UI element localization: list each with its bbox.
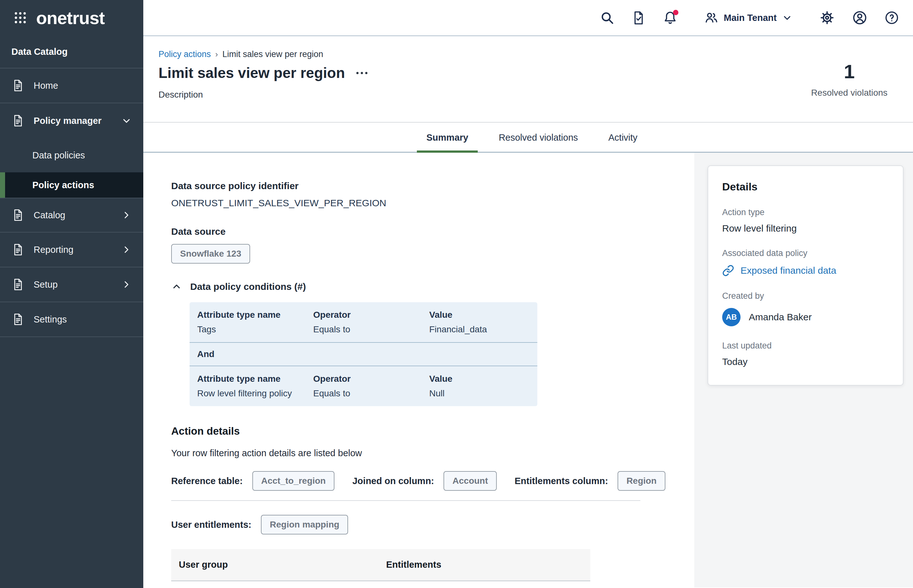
account-button[interactable]: [852, 10, 867, 25]
app-switcher-icon[interactable]: [13, 11, 27, 25]
help-button[interactable]: [884, 10, 899, 25]
divider: [171, 500, 640, 501]
page-title: Limit sales view per region: [159, 64, 345, 81]
document-icon: [11, 278, 25, 291]
created-by-name: Amanda Baker: [749, 312, 811, 323]
condition-header-attribute: Attribute type name: [197, 310, 313, 320]
conditions-title: Data policy conditions (#): [190, 281, 306, 292]
notifications-button[interactable]: [663, 10, 677, 25]
details-title: Details: [722, 181, 889, 193]
condition-row: Attribute type name Tags Operator Equals…: [189, 302, 537, 342]
action-type-value: Row level filtering: [722, 223, 889, 234]
sidebar-subitem-policy-actions[interactable]: Policy actions: [0, 172, 143, 198]
document-icon: [11, 243, 25, 256]
sidebar-item-label: Policy manager: [34, 116, 112, 126]
help-icon: [884, 10, 899, 25]
more-actions-button[interactable]: [356, 69, 368, 77]
document-icon: [11, 313, 25, 326]
table-header-entitlements: Entitlements: [386, 559, 590, 570]
chevron-down-icon: [121, 115, 132, 126]
data-source-chip: Snowflake 123: [171, 244, 250, 263]
associated-policy-link-text: Exposed financial data: [741, 265, 836, 276]
conditions-collapse-button[interactable]: [171, 281, 182, 292]
product-title: Data Catalog: [0, 36, 143, 68]
sidebar-subitem-data-policies[interactable]: Data policies: [0, 138, 143, 172]
account-icon: [852, 10, 867, 25]
sidebar-item-home[interactable]: Home: [0, 68, 143, 103]
chevron-right-icon: [121, 244, 132, 255]
reference-table-chip: Acct_to_region: [253, 471, 335, 491]
breadcrumb-current: Limit sales view per region: [222, 49, 323, 59]
search-button[interactable]: [600, 10, 614, 25]
identifier-value: ONETRUST_LIMIT_SALES_VIEW_PER_REGION: [171, 198, 694, 208]
sidebar: onetrust Data Catalog Home Policy manage…: [0, 0, 143, 588]
chevron-right-icon: [121, 210, 132, 221]
associated-policy-link[interactable]: Exposed financial data: [722, 265, 889, 276]
condition-value-operator: Equals to: [313, 388, 429, 399]
entitlements-column-chip: Region: [618, 471, 665, 491]
action-details-title: Action details: [171, 425, 694, 437]
action-details-subtitle: Your row filtering action details are li…: [171, 448, 694, 459]
settings-button[interactable]: [819, 10, 835, 26]
condition-row: Attribute type name Row level filtering …: [189, 366, 537, 406]
main-content: Policy actions › Limit sales view per re…: [143, 36, 913, 588]
condition-value-attribute: Tags: [197, 325, 313, 334]
tab-bar: Summary Resolved violations Activity: [143, 123, 913, 153]
document-icon: [11, 114, 25, 128]
sidebar-item-policy-manager[interactable]: Policy manager: [0, 103, 143, 138]
chevron-down-icon: [782, 12, 793, 23]
details-card: Details Action type Row level filtering …: [707, 165, 903, 386]
conditions-box: Attribute type name Tags Operator Equals…: [189, 302, 537, 406]
entitlements-table: User group Entitlements: [171, 549, 590, 582]
last-updated-label: Last updated: [722, 341, 889, 351]
condition-header-operator: Operator: [313, 374, 429, 384]
user-entitlements-label: User entitlements:: [171, 520, 251, 530]
tenant-label: Main Tenant: [724, 13, 777, 23]
tab-resolved-violations[interactable]: Resolved violations: [499, 123, 578, 153]
tenant-switcher[interactable]: Main Tenant: [704, 10, 793, 25]
data-source-label: Data source: [171, 226, 694, 237]
resolved-violations-counter: 1 Resolved violations: [800, 60, 898, 98]
page-header: Policy actions › Limit sales view per re…: [143, 36, 913, 123]
table-header-user-group: User group: [179, 559, 386, 570]
sidebar-item-label: Catalog: [34, 210, 112, 221]
action-type-label: Action type: [722, 207, 889, 217]
users-icon: [704, 10, 719, 25]
tasks-button[interactable]: [631, 11, 646, 25]
condition-header-operator: Operator: [313, 310, 429, 320]
condition-header-value: Value: [429, 374, 537, 384]
avatar: AB: [722, 308, 741, 326]
sidebar-item-catalog[interactable]: Catalog: [0, 198, 143, 233]
chevron-right-icon: [121, 279, 132, 290]
tab-summary[interactable]: Summary: [426, 123, 468, 153]
gear-icon: [819, 10, 835, 26]
user-entitlements-chip: Region mapping: [261, 515, 348, 535]
sidebar-item-label: Reporting: [34, 245, 112, 255]
condition-value-value: Financial_data: [429, 325, 537, 334]
sidebar-item-settings[interactable]: Settings: [0, 302, 143, 337]
tab-activity[interactable]: Activity: [609, 123, 638, 153]
joined-on-column-chip: Account: [444, 471, 497, 491]
condition-header-value: Value: [429, 310, 537, 320]
tasks-icon: [631, 11, 646, 25]
sidebar-item-reporting[interactable]: Reporting: [0, 233, 143, 267]
search-icon: [600, 10, 614, 25]
resolved-violations-count: 1: [800, 60, 898, 83]
condition-value-attribute: Row level filtering policy: [197, 388, 313, 399]
condition-value-value: Null: [429, 388, 537, 399]
summary-content: Data source policy identifier ONETRUST_L…: [143, 153, 694, 587]
breadcrumb-link[interactable]: Policy actions: [159, 49, 211, 59]
sidebar-item-setup[interactable]: Setup: [0, 267, 143, 302]
sidebar-item-label: Setup: [34, 279, 112, 290]
condition-header-attribute: Attribute type name: [197, 374, 313, 384]
brand-logo-text: onetrust: [36, 8, 105, 28]
condition-value-operator: Equals to: [313, 325, 429, 334]
sidebar-item-label: Home: [34, 81, 132, 91]
notification-dot: [673, 10, 678, 15]
document-icon: [11, 208, 25, 222]
reference-table-label: Reference table:: [171, 476, 243, 486]
last-updated-value: Today: [722, 356, 889, 367]
sidebar-item-label: Data policies: [32, 150, 85, 161]
and-connector: And: [189, 343, 537, 366]
brand-logo[interactable]: onetrust: [0, 0, 143, 36]
